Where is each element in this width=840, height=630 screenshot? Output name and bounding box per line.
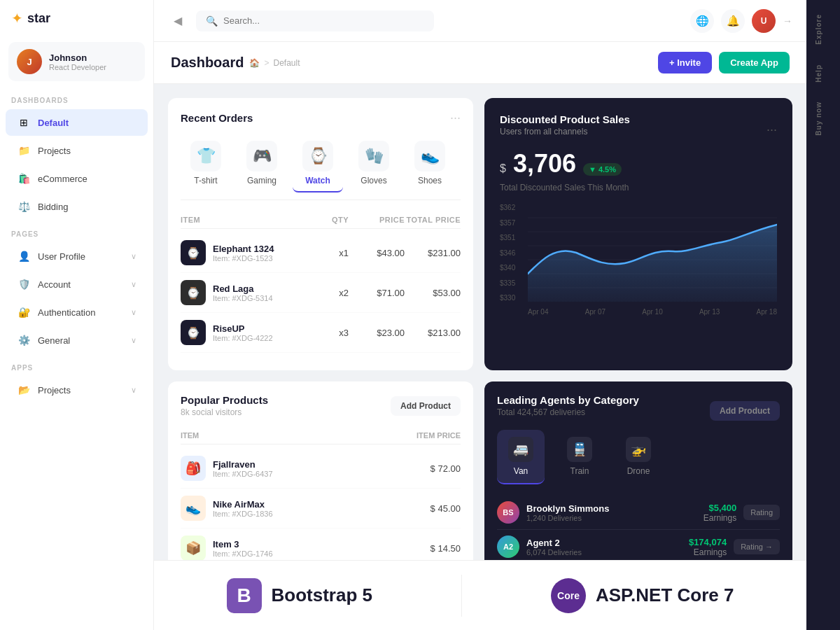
overlay-divider [461,575,462,617]
agent-info: Agent 2 6,074 Deliveries [526,538,682,556]
search-box[interactable]: 🔍 [196,10,434,31]
order-details: RiseUP Item: #XDG-4222 [213,323,273,342]
discounted-subtitle: Users from all channels [500,127,630,136]
card-menu-icon[interactable]: ··· [450,111,461,125]
sidebar-item-ecommerce[interactable]: 🛍️ eCommerce [6,165,148,192]
agent-tab-label: Drone [627,466,650,476]
col-item: ITEM [181,216,293,224]
agent-tab-drone[interactable]: 🚁 Drone [615,430,662,484]
create-app-button[interactable]: Create App [719,52,790,74]
sidebar-user[interactable]: J Johnson React Developer [8,42,145,81]
right-sidebar: Explore Help Buy now [806,0,840,630]
recent-orders-title: Recent Orders [181,112,253,124]
logo-text: star [27,11,50,26]
sidebar-item-authentication[interactable]: 🔐 Authentication ∨ [6,299,148,326]
sidebar-item-apps-projects[interactable]: 📂 Projects ∨ [6,377,148,403]
category-label: T-shirt [194,176,217,186]
bootstrap-item: B Bootstrap 5 [227,578,372,613]
order-price: $71.00 [349,288,405,298]
category-tab-tshirt[interactable]: 👕 T-shirt [181,135,231,192]
topbar-settings-icon[interactable]: 🌐 [690,9,714,33]
agent-tab-van[interactable]: 🚐 Van [497,430,545,484]
agent-earnings-label: Earnings [704,513,736,523]
agent-tab-train[interactable]: 🚆 Train [556,430,603,484]
sidebar-item-user-profile[interactable]: 👤 User Profile ∨ [6,243,148,270]
category-label: Gloves [360,176,386,186]
sidebar-item-projects[interactable]: 📁 Projects [6,137,148,164]
sidebar-item-default[interactable]: ⊞ Default [6,109,148,136]
train-icon: 🚆 [567,437,592,462]
order-name: RiseUP [213,323,273,334]
topbar-arrow-icon[interactable]: → [783,15,792,27]
category-tabs: 👕 T-shirt 🎮 Gaming ⌚ Watch 🧤 Gloves 👟 [181,135,461,200]
discounted-title: Discounted Product Sales [500,113,630,125]
sidebar-item-general[interactable]: ⚙️ General ∨ [6,327,148,354]
page-title-row: Dashboard 🏠 > Default [171,55,300,71]
page-title: Dashboard [171,55,244,71]
breadcrumb-separator: > [264,58,269,68]
add-product-button[interactable]: Add Product [391,396,461,416]
chart-x-label: Apr 18 [757,308,777,316]
product-details: Nike AirMax Item: #XDG-1836 [213,499,273,518]
list-item: A2 Agent 2 6,074 Deliveries $174,074 Ear… [497,530,780,564]
search-input[interactable] [223,15,424,26]
category-tab-watch[interactable]: ⌚ Watch [293,135,343,192]
sidebar-item-bidding[interactable]: ⚖️ Bidding [6,193,148,220]
chart-x-label: Apr 10 [642,308,662,316]
order-name: Elephant 1324 [213,244,274,254]
order-details: Red Laga Item: #XDG-5314 [213,284,273,302]
add-product-dark-button[interactable]: Add Product [710,401,780,421]
disc-label: Total Discounted Sales This Month [500,183,777,192]
drone-icon: 🚁 [626,437,651,462]
explore-button[interactable]: Explore [812,7,834,52]
agents-title-group: Leading Agents by Category Total 424,567… [497,394,639,427]
chart-svg-container [528,204,777,302]
grid-icon: ⊞ [17,115,31,130]
gavel-icon: ⚖️ [17,200,31,214]
product-price: $ 45.00 [368,503,461,514]
folder2-icon: 📂 [17,383,31,397]
order-total: $213.00 [405,328,461,338]
sidebar-item-label: Account [38,279,124,290]
sidebar: ✦ star J Johnson React Developer DASHBOA… [0,0,154,630]
order-name: Red Laga [213,284,273,294]
folder-icon: 📁 [17,144,31,158]
agent-stat: $5,400 Earnings [704,503,736,523]
agent-earnings: $174,074 [689,537,727,547]
chart-y-label: $330 [500,294,515,302]
bootstrap-icon: B [227,578,262,613]
order-price: $23.00 [349,328,405,338]
person-icon: 👤 [17,249,31,263]
category-tab-gaming[interactable]: 🎮 Gaming [237,135,287,192]
rating-button[interactable]: Rating [743,505,780,520]
chart-x-label: Apr 07 [585,308,606,316]
category-tab-shoes[interactable]: 👟 Shoes [405,135,455,192]
sidebar-item-label: Bidding [38,202,136,212]
rating-button[interactable]: Rating → [734,539,780,554]
gloves-icon: 🧤 [358,141,389,172]
category-tab-gloves[interactable]: 🧤 Gloves [349,135,399,192]
agent-avatar: BS [497,501,519,524]
popular-products-title: Popular Products [181,394,268,406]
chevron-down-icon: ∨ [131,252,136,261]
watch-icon: ⌚ [302,141,333,172]
sidebar-item-account[interactable]: 🛡️ Account ∨ [6,271,148,298]
order-details: Elephant 1324 Item: #XDG-1523 [213,244,274,262]
invite-button[interactable]: + Invite [658,52,712,74]
user-info: Johnson React Developer [49,52,106,71]
col-total: TOTAL PRICE [405,216,461,224]
popular-products-subtitle: 8k social visitors [181,407,268,417]
product-item: 👟 Nike AirMax Item: #XDG-1836 [181,496,368,521]
order-image: ⌚ [181,280,206,305]
topbar-avatar[interactable]: U [752,9,776,33]
discounted-sales-card: Discounted Product Sales Users from all … [484,98,792,370]
product-id: Item: #XDG-6437 [213,470,273,478]
sidebar-item-label: Projects [38,146,136,156]
topbar-notification-icon[interactable]: 🔔 [721,9,745,33]
buy-now-button[interactable]: Buy now [812,94,834,143]
shop-icon: 🛍️ [17,172,31,186]
dark-card-menu-icon[interactable]: ··· [766,122,777,137]
help-button[interactable]: Help [812,57,834,90]
collapse-button[interactable]: ◀ [168,11,188,31]
list-item: 🎒 Fjallraven Item: #XDG-6437 $ 72.00 [181,449,461,489]
